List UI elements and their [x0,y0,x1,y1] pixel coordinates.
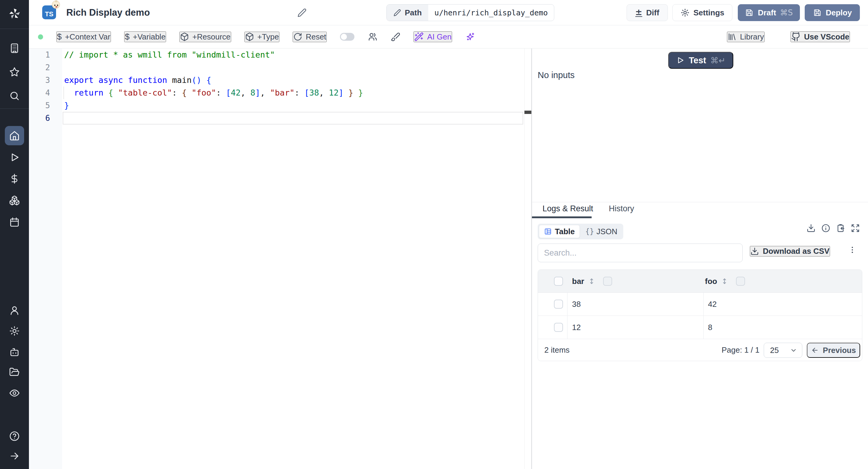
column-divider [704,316,704,339]
use-vscode-button[interactable]: Use VScode [790,31,850,42]
sidebar-item-schedules[interactable] [0,217,29,227]
windmill-script-editor: TS Rich Display demo Path u/henri/rich_d… [0,0,868,469]
expand-icon[interactable] [851,224,860,233]
table-header-row: bar foo [538,270,862,293]
column-header-bar[interactable]: bar [572,270,584,293]
copy-to-clipboard-icon[interactable] [836,224,845,233]
tab-logs-result[interactable]: Logs & Result [542,204,593,213]
column-toggle-foo[interactable] [736,277,745,286]
code-line[interactable]: } [64,99,69,112]
path-chip[interactable]: Path u/henri/rich_display_demo [386,4,554,21]
arrow-left-icon [811,346,819,354]
format-brush-icon[interactable] [391,32,400,41]
result-table: bar foo 3842128 2 items Page: 1 / 1 25 P… [538,270,862,361]
sidebar-item-settings[interactable] [0,325,29,336]
select-all-checkbox[interactable] [554,277,563,286]
download-csv-button[interactable]: Download as CSV [750,246,830,256]
dollar-icon: $ [57,32,62,41]
sort-icon[interactable] [588,277,595,285]
line-number: 5 [32,99,50,112]
sidebar-item-users[interactable] [0,305,29,316]
add-variable-button[interactable]: $+Variable [124,31,166,42]
sparkles-icon[interactable] [465,32,475,41]
column-header-foo[interactable]: foo [705,270,717,293]
table-cell: 12 [572,316,581,339]
users-icon[interactable] [368,32,377,41]
windmill-logo-icon[interactable] [0,7,29,21]
line-number: 1 [32,49,50,61]
path-value[interactable]: u/henri/rich_display_demo [428,4,554,21]
user-icon [9,305,20,316]
table-icon [544,227,552,236]
sidebar-item-home[interactable] [5,126,24,145]
code-editor[interactable]: // import * as wmill from "windmill-clie… [62,49,524,469]
result-search-input[interactable] [538,244,743,262]
save-icon [745,8,754,17]
editor-gutter: 123456 [29,49,62,469]
test-button[interactable]: Test ⌘↵ [668,52,733,69]
sidebar-divider [0,108,29,109]
info-icon[interactable] [821,224,830,233]
deploy-button[interactable]: Deploy [805,4,860,21]
tab-history[interactable]: History [609,204,634,213]
magic-wand-icon [414,32,424,41]
sidebar-item-workers[interactable] [0,347,29,357]
table-row[interactable]: 128 [538,316,862,339]
row-checkbox[interactable] [554,300,563,309]
bun-emoji-icon [52,1,60,9]
row-checkbox[interactable] [554,323,563,332]
sidebar-item-audit-logs[interactable] [0,387,29,399]
sidebar-divider [0,29,29,29]
add-context-var-button[interactable]: $+Context Var [56,31,111,42]
sidebar-item-search[interactable] [0,90,29,101]
view-json-button[interactable]: {} JSON [581,227,622,236]
more-options-kebab-icon[interactable] [848,246,857,254]
current-line-highlight [63,112,523,124]
column-divider [567,316,567,339]
sidebar-item-favorites[interactable] [0,67,29,77]
result-view-toggle: Table {} JSON [538,224,623,239]
code-line[interactable]: export async function main() { [64,74,211,87]
help-circle-icon [9,431,20,442]
column-toggle-bar[interactable] [603,277,612,286]
previous-page-button[interactable]: Previous [807,343,860,358]
edit-title-pencil-icon[interactable] [297,8,307,18]
active-tab-underline [532,216,592,218]
pencil-icon [393,9,401,17]
draft-button[interactable]: Draft ⌘S [738,4,800,21]
home-icon [9,130,20,141]
sidebar-item-help[interactable] [0,431,29,442]
diff-button[interactable]: ± Diff [627,4,668,21]
add-type-button[interactable]: +Type [244,32,280,42]
dollar-icon [9,173,20,184]
braces-icon: {} [585,227,594,236]
status-dot [38,34,43,39]
sidebar-item-folders[interactable] [0,367,29,377]
page-size-select[interactable]: 25 [764,343,802,358]
add-resource-button[interactable]: +Resource [179,32,231,42]
play-icon [676,56,684,64]
code-line[interactable]: // import * as wmill from "windmill-clie… [64,49,275,61]
table-footer: 2 items Page: 1 / 1 25 Previous [538,339,862,361]
view-table-button[interactable]: Table [539,225,580,238]
rotate-icon [293,32,302,41]
library-button[interactable]: Library [727,32,764,42]
settings-button[interactable]: Settings [673,4,733,21]
line-number: 6 [32,112,50,124]
code-line[interactable]: return { "table-col": { "foo": [42, 8], … [64,87,363,99]
building-icon [9,43,20,54]
sidebar-item-variables[interactable] [0,173,29,184]
sidebar-item-resources[interactable] [0,195,29,206]
table-cell: 8 [708,316,712,339]
sidebar-item-runs[interactable] [0,152,29,163]
download-result-icon[interactable] [807,224,815,233]
ai-gen-button[interactable]: AI Gen [413,31,452,42]
sidebar-item-expand[interactable] [0,450,29,462]
save-icon [813,8,822,17]
reset-button[interactable]: Reset [293,32,327,42]
run-result-panel: Test ⌘↵ No inputs Logs & Result History … [532,49,868,469]
sort-icon[interactable] [721,277,728,285]
sidebar-item-workspace[interactable] [0,43,29,54]
diff-mode-toggle[interactable] [340,33,354,41]
table-row[interactable]: 3842 [538,293,862,316]
